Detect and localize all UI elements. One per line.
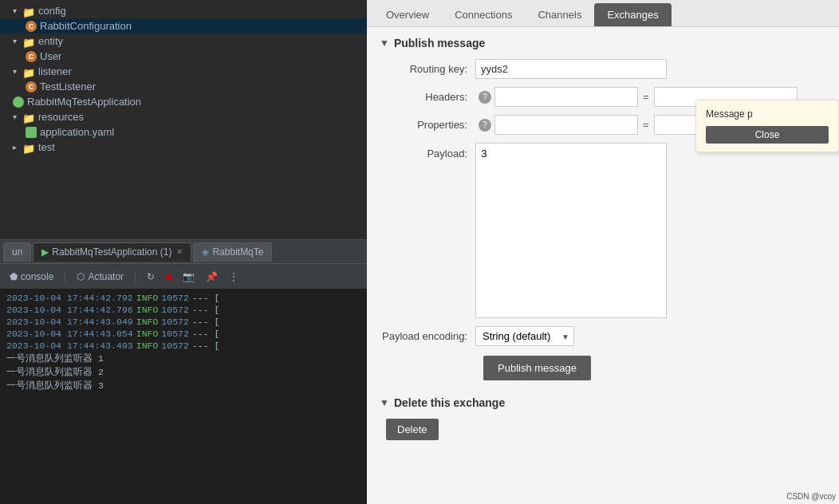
- console-line: 2023-10-04 17:44:43.493 INFO 10572 --- [: [0, 340, 367, 352]
- folder-icon: 📁: [22, 37, 35, 46]
- chevron-icon: ▾: [13, 112, 22, 121]
- tree-item-resources[interactable]: ▾ 📁 resources: [0, 109, 367, 124]
- tree-item-listener[interactable]: ▾ 📁 listener: [0, 64, 367, 79]
- tree-item-rabbit-app[interactable]: RabbitMqTestApplication: [0, 94, 367, 109]
- tab-exchanges[interactable]: Exchanges: [594, 3, 671, 26]
- tab-label: RabbitMqTe: [212, 246, 263, 258]
- log-text: --- [: [192, 317, 220, 327]
- class-icon: C: [26, 51, 37, 62]
- log-thread: 10572: [161, 329, 189, 339]
- log-level: INFO: [136, 305, 159, 315]
- console-icon: ⬟: [10, 271, 18, 282]
- tree-label: TestListener: [40, 81, 96, 93]
- tree-item-app-yaml[interactable]: application.yaml: [0, 124, 367, 140]
- delete-button-label: Delete: [397, 423, 427, 435]
- properties-label: Properties:: [380, 119, 475, 131]
- tooltip-close-label: Close: [755, 129, 780, 140]
- encoding-select[interactable]: String (default) Base64: [475, 326, 574, 346]
- tooltip-close-button[interactable]: Close: [706, 126, 829, 144]
- tree-item-test[interactable]: ▸ 📁 test: [0, 140, 367, 155]
- tab-label: un: [12, 246, 22, 258]
- tree-label: RabbitConfiguration: [40, 20, 132, 32]
- class-icon: C: [26, 81, 37, 93]
- log-timestamp: 2023-10-04 17:44:43.493: [6, 341, 133, 351]
- console-output: 2023-10-04 17:44:42.792 INFO 10572 --- […: [0, 289, 367, 504]
- actuator-label: Actuator: [88, 271, 124, 282]
- stop-btn[interactable]: ■: [163, 270, 175, 284]
- tab-connections[interactable]: Connections: [442, 3, 525, 26]
- properties-key-input[interactable]: [494, 115, 638, 135]
- tab-label: Channels: [538, 9, 581, 21]
- tab-close-icon[interactable]: ✕: [176, 247, 183, 256]
- routing-key-input[interactable]: [475, 59, 667, 79]
- nav-tabs: Overview Connections Channels Exchanges: [367, 0, 839, 27]
- tree-label: application.yaml: [40, 126, 114, 138]
- tree-item-rabbit-config[interactable]: C RabbitConfiguration: [0, 18, 367, 33]
- more-icon: ⋮: [229, 271, 238, 282]
- console-line-chinese-2: 一号消息队列监听器 2: [0, 365, 367, 379]
- console-line-chinese-1: 一号消息队列监听器 1: [0, 352, 367, 365]
- actuator-icon: ⬡: [77, 271, 85, 282]
- equals-sign-2: =: [643, 119, 649, 131]
- console-btn[interactable]: ⬟ console: [6, 270, 57, 284]
- log-text: --- [: [192, 293, 220, 303]
- tab-channels[interactable]: Channels: [525, 3, 594, 26]
- tab-overview[interactable]: Overview: [373, 3, 442, 26]
- section-chevron-icon: ▼: [380, 37, 389, 49]
- tree-item-config[interactable]: ▾ 📁 config: [0, 3, 367, 18]
- console-line: 2023-10-04 17:44:43.049 INFO 10572 --- [: [0, 316, 367, 328]
- log-text-chinese: 一号消息队列监听器 2: [6, 366, 104, 378]
- log-thread: 10572: [161, 305, 189, 315]
- delete-section-chevron-icon: ▼: [380, 397, 389, 408]
- delete-button[interactable]: Delete: [386, 419, 439, 440]
- tree-label: listener: [38, 65, 72, 77]
- right-panel: Overview Connections Channels Exchanges …: [367, 0, 839, 504]
- main-content: ▼ Publish message Routing key: Headers: …: [367, 27, 839, 504]
- routing-key-row: Routing key:: [380, 59, 826, 79]
- encoding-label: Payload encoding:: [380, 330, 475, 342]
- folder-icon: 📁: [22, 67, 35, 77]
- console-line: 2023-10-04 17:44:43.054 INFO 10572 --- [: [0, 328, 367, 340]
- watermark: CSDN @vcoy: [786, 492, 836, 501]
- log-thread: 10572: [161, 341, 189, 351]
- headers-key-input[interactable]: [494, 87, 638, 107]
- log-level: INFO: [136, 329, 159, 339]
- equals-sign: =: [643, 91, 649, 103]
- tab-rabbit[interactable]: ◈ RabbitMqTe: [193, 242, 272, 262]
- log-level: INFO: [136, 293, 159, 303]
- tree-label: entity: [38, 35, 63, 47]
- tree-label: User: [40, 50, 61, 62]
- tree-item-entity[interactable]: ▾ 📁 entity: [0, 33, 367, 49]
- console-line: 2023-10-04 17:44:42.796 INFO 10572 --- [: [0, 304, 367, 316]
- log-thread: 10572: [161, 293, 189, 303]
- payload-row: Payload: 3: [380, 143, 826, 318]
- refresh-btn[interactable]: ↻: [144, 270, 158, 284]
- tab-run[interactable]: un: [3, 242, 31, 262]
- log-level: INFO: [136, 317, 159, 327]
- headers-help-icon[interactable]: ?: [479, 91, 491, 104]
- log-timestamp: 2023-10-04 17:44:43.049: [6, 317, 133, 327]
- pin-btn[interactable]: 📌: [203, 270, 221, 284]
- chevron-icon: ▾: [13, 37, 22, 45]
- yaml-icon: [26, 127, 37, 138]
- publish-button[interactable]: Publish message: [483, 356, 591, 380]
- toolbar-divider: [65, 270, 65, 283]
- publish-section-title: Publish message: [394, 37, 485, 49]
- log-text: --- [: [192, 341, 220, 351]
- tree-item-user[interactable]: C User: [0, 49, 367, 64]
- more-btn[interactable]: ⋮: [226, 270, 242, 284]
- folder-icon: 📁: [22, 112, 35, 122]
- actuator-btn[interactable]: ⬡ Actuator: [73, 270, 127, 284]
- tooltip-popup: Message p Close: [695, 100, 839, 152]
- properties-help-icon[interactable]: ?: [479, 119, 491, 132]
- log-text: --- [: [192, 329, 220, 339]
- tree-item-test-listener[interactable]: C TestListener: [0, 79, 367, 94]
- camera-btn[interactable]: 📷: [179, 270, 198, 284]
- run-icon: ◈: [202, 246, 209, 258]
- payload-textarea[interactable]: 3: [475, 143, 667, 318]
- publish-button-label: Publish message: [498, 362, 577, 374]
- watermark-text: CSDN @vcoy: [786, 492, 836, 501]
- log-text: --- [: [192, 305, 220, 315]
- bottom-toolbar: ⬟ console ⬡ Actuator ↻ ■ 📷 📌 ⋮: [0, 263, 367, 289]
- tab-app[interactable]: ▶ RabbitMqTestApplication (1) ✕: [33, 242, 191, 262]
